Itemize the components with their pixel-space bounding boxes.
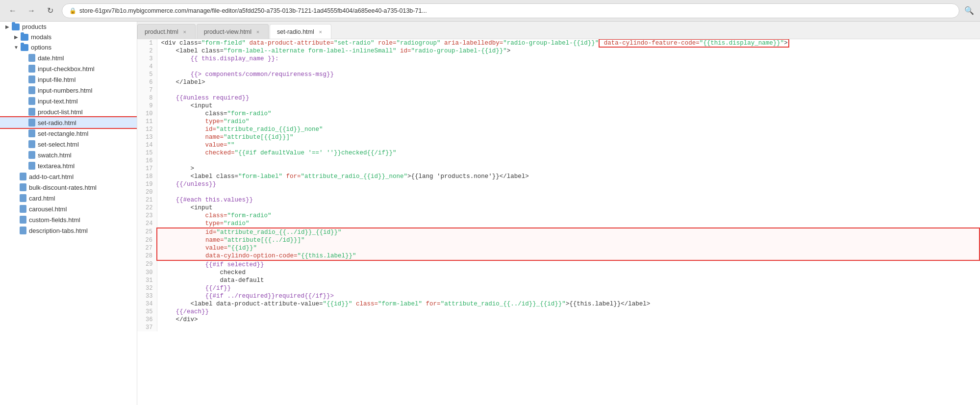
line-content: class="form-radio" <box>157 110 980 118</box>
file-icon <box>20 183 26 191</box>
line-number: 37 <box>137 324 157 331</box>
sidebar-item-label: input-file.html <box>38 76 75 83</box>
table-row: 1<div class="form-field" data-product-at… <box>137 39 980 47</box>
line-number: 26 <box>137 236 157 244</box>
sidebar-item-input-file.html[interactable]: input-file.html <box>0 74 137 85</box>
line1-highlight-box: data-cylindo-feature-code="{{this.displa… <box>599 39 789 48</box>
file-icon <box>28 76 35 83</box>
line-content: {{/if}} <box>157 284 980 292</box>
line-content: data-default <box>157 277 980 284</box>
sidebar-item-products[interactable]: ▶products <box>0 22 137 32</box>
sidebar-item-label: input-numbers.html <box>38 87 92 94</box>
line-content: {{/each}} <box>157 308 980 316</box>
sidebar-item-date.html[interactable]: date.html <box>0 52 137 63</box>
sidebar-item-options[interactable]: ▼options <box>0 42 137 52</box>
tab-product-view-html[interactable]: product-view.html× <box>197 24 269 39</box>
table-row: 26 name="attribute[{{../id}}]" <box>137 236 980 244</box>
sidebar-item-set-rectangle.html[interactable]: set-rectangle.html <box>0 128 137 139</box>
sidebar-item-textarea.html[interactable]: textarea.html <box>0 160 137 171</box>
file-icon <box>28 151 35 159</box>
line-number: 17 <box>137 165 157 173</box>
table-row: 9 <input <box>137 102 980 110</box>
url-bar[interactable]: 🔒 store-61gxv7ib1o.mybigcommerce.com/man… <box>62 3 959 18</box>
sidebar-item-description-tabs.html[interactable]: description-tabs.html <box>0 225 137 236</box>
line-number: 25 <box>137 228 157 236</box>
browser-search-button[interactable]: 🔍 <box>964 6 974 15</box>
line-content: checked="{{#if defaultValue '==' ''}}che… <box>157 149 980 157</box>
sidebar-item-product-list.html[interactable]: product-list.html <box>0 106 137 117</box>
folder-icon <box>21 44 28 51</box>
table-row: 3 {{ this.display_name }}: <box>137 55 980 63</box>
table-row: 27 value="{{id}}" <box>137 244 980 252</box>
sidebar-item-label: description-tabs.html <box>29 227 88 234</box>
line-content: data-cylindo-option-code="{{this.label}}… <box>157 252 980 260</box>
sidebar-item-input-text.html[interactable]: input-text.html <box>0 96 137 106</box>
table-row: 16 <box>137 157 980 165</box>
sidebar-item-bulk-discount-rates.html[interactable]: bulk-discount-rates.html <box>0 182 137 193</box>
sidebar-item-swatch.html[interactable]: swatch.html <box>0 150 137 160</box>
sidebar-item-label: textarea.html <box>38 162 75 170</box>
sidebar-item-label: set-rectangle.html <box>38 130 88 137</box>
sidebar-item-set-radio.html[interactable]: set-radio.html <box>0 117 137 128</box>
line-number: 1 <box>137 39 157 47</box>
table-row: 15 checked="{{#if defaultValue '==' ''}}… <box>137 149 980 157</box>
line-content: </div> <box>157 316 980 324</box>
sidebar-item-input-numbers.html[interactable]: input-numbers.html <box>0 85 137 96</box>
line-content: <input <box>157 102 980 110</box>
forward-button[interactable]: → <box>25 4 38 18</box>
line-number: 12 <box>137 126 157 133</box>
sidebar-item-label: date.html <box>38 54 64 62</box>
sidebar-item-modals[interactable]: ▶modals <box>0 32 137 42</box>
sidebar-item-card.html[interactable]: card.html <box>0 193 137 203</box>
tab-close-button[interactable]: × <box>317 28 324 35</box>
line-number: 3 <box>137 55 157 63</box>
tab-product-html[interactable]: product.html× <box>137 24 196 39</box>
line-number: 35 <box>137 308 157 316</box>
sidebar-item-add-to-cart.html[interactable]: add-to-cart.html <box>0 171 137 182</box>
file-icon <box>28 140 35 148</box>
line-number: 27 <box>137 244 157 252</box>
sidebar-item-label: swatch.html <box>38 152 72 159</box>
code-editor[interactable]: 1<div class="form-field" data-product-at… <box>137 39 980 405</box>
table-row: 11 type="radio" <box>137 118 980 126</box>
folder-icon <box>21 34 28 41</box>
tab-label: product.html <box>145 28 178 35</box>
code-table: 1<div class="form-field" data-product-at… <box>137 39 980 331</box>
line-number: 19 <box>137 180 157 188</box>
table-row: 17 > <box>137 165 980 173</box>
file-icon <box>28 129 35 137</box>
sidebar-item-label: input-checkbox.html <box>38 65 95 73</box>
table-row: 21 {{#each this.values}} <box>137 196 980 204</box>
sidebar-item-carousel.html[interactable]: carousel.html <box>0 203 137 214</box>
table-row: 8 {{#unless required}} <box>137 94 980 102</box>
line-content: class="form-radio" <box>157 212 980 220</box>
tab-close-button[interactable]: × <box>181 28 188 35</box>
line-number: 32 <box>137 284 157 292</box>
back-button[interactable]: ← <box>6 4 20 18</box>
line-content: {{#each this.values}} <box>157 196 980 204</box>
line-content: {{#if selected}} <box>157 260 980 269</box>
line-content: {{/unless}} <box>157 180 980 188</box>
sidebar-item-label: card.html <box>29 195 55 202</box>
sidebar-item-label: carousel.html <box>29 205 67 213</box>
line-content: </label> <box>157 78 980 86</box>
line-content <box>157 188 980 196</box>
lock-icon: 🔒 <box>69 7 76 14</box>
file-icon <box>20 194 26 202</box>
sidebar-item-custom-fields.html[interactable]: custom-fields.html <box>0 214 137 225</box>
tab-close-button[interactable]: × <box>254 28 261 35</box>
table-row: 12 id="attribute_radio_{{id}}_none" <box>137 126 980 133</box>
sidebar-item-set-select.html[interactable]: set-select.html <box>0 139 137 150</box>
refresh-button[interactable]: ↻ <box>43 4 57 18</box>
line-number: 22 <box>137 204 157 212</box>
file-icon <box>28 97 35 105</box>
browser-bar: ← → ↻ 🔒 store-61gxv7ib1o.mybigcommerce.c… <box>0 0 980 22</box>
line-number: 9 <box>137 102 157 110</box>
table-row: 30 checked <box>137 269 980 277</box>
line-number: 15 <box>137 149 157 157</box>
main-content: ▶products▶modals▼optionsdate.htmlinput-c… <box>0 22 980 405</box>
table-row: 4 <box>137 63 980 71</box>
tabs-bar: product.html×product-view.html×set-radio… <box>137 22 980 39</box>
sidebar-item-input-checkbox.html[interactable]: input-checkbox.html <box>0 63 137 74</box>
tab-set-radio-html[interactable]: set-radio.html× <box>270 24 331 39</box>
